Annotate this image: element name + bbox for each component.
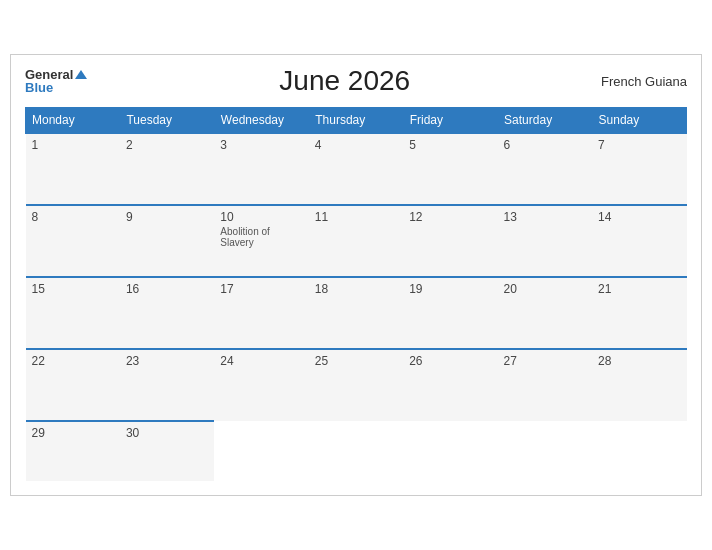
- table-cell: 27: [498, 349, 592, 421]
- day-number: 4: [315, 138, 397, 152]
- day-number: 9: [126, 210, 208, 224]
- table-cell: 12: [403, 205, 497, 277]
- logo-triangle-icon: [75, 70, 87, 79]
- day-number: 27: [504, 354, 586, 368]
- table-cell: 20: [498, 277, 592, 349]
- table-cell: 14: [592, 205, 686, 277]
- table-cell: 19: [403, 277, 497, 349]
- day-number: 21: [598, 282, 680, 296]
- day-number: 13: [504, 210, 586, 224]
- col-wednesday: Wednesday: [214, 108, 308, 134]
- logo-blue-text: Blue: [25, 81, 88, 94]
- table-cell: 15: [26, 277, 120, 349]
- table-cell: 9: [120, 205, 214, 277]
- table-cell: [214, 421, 308, 481]
- week-row-5: 2930: [26, 421, 687, 481]
- table-cell: 1: [26, 133, 120, 205]
- table-cell: 13: [498, 205, 592, 277]
- day-number: 3: [220, 138, 302, 152]
- table-cell: 28: [592, 349, 686, 421]
- table-cell: 10Abolition of Slavery: [214, 205, 308, 277]
- event-label: Abolition of Slavery: [220, 226, 302, 248]
- table-cell: 17: [214, 277, 308, 349]
- day-number: 2: [126, 138, 208, 152]
- table-cell: 16: [120, 277, 214, 349]
- table-cell: 8: [26, 205, 120, 277]
- col-friday: Friday: [403, 108, 497, 134]
- table-cell: 4: [309, 133, 403, 205]
- col-monday: Monday: [26, 108, 120, 134]
- col-tuesday: Tuesday: [120, 108, 214, 134]
- col-saturday: Saturday: [498, 108, 592, 134]
- day-number: 7: [598, 138, 680, 152]
- table-cell: 6: [498, 133, 592, 205]
- table-cell: 22: [26, 349, 120, 421]
- table-cell: 23: [120, 349, 214, 421]
- day-number: 29: [32, 426, 114, 440]
- table-cell: 18: [309, 277, 403, 349]
- table-cell: 30: [120, 421, 214, 481]
- day-number: 14: [598, 210, 680, 224]
- calendar-title: June 2026: [279, 65, 410, 97]
- table-cell: [403, 421, 497, 481]
- table-cell: 2: [120, 133, 214, 205]
- week-row-1: 1234567: [26, 133, 687, 205]
- table-cell: 25: [309, 349, 403, 421]
- day-number: 15: [32, 282, 114, 296]
- day-number: 17: [220, 282, 302, 296]
- day-number: 20: [504, 282, 586, 296]
- table-cell: [498, 421, 592, 481]
- day-number: 28: [598, 354, 680, 368]
- weekday-header-row: Monday Tuesday Wednesday Thursday Friday…: [26, 108, 687, 134]
- calendar-container: General Blue June 2026 French Guiana Mon…: [10, 54, 702, 496]
- day-number: 25: [315, 354, 397, 368]
- day-number: 19: [409, 282, 491, 296]
- table-cell: 24: [214, 349, 308, 421]
- table-cell: [592, 421, 686, 481]
- day-number: 1: [32, 138, 114, 152]
- table-cell: 21: [592, 277, 686, 349]
- day-number: 8: [32, 210, 114, 224]
- day-number: 12: [409, 210, 491, 224]
- logo: General Blue: [25, 68, 88, 94]
- day-number: 30: [126, 426, 208, 440]
- week-row-4: 22232425262728: [26, 349, 687, 421]
- table-cell: 5: [403, 133, 497, 205]
- day-number: 16: [126, 282, 208, 296]
- day-number: 18: [315, 282, 397, 296]
- region-label: French Guiana: [601, 74, 687, 89]
- day-number: 24: [220, 354, 302, 368]
- week-row-3: 15161718192021: [26, 277, 687, 349]
- day-number: 23: [126, 354, 208, 368]
- day-number: 5: [409, 138, 491, 152]
- day-number: 10: [220, 210, 302, 224]
- col-sunday: Sunday: [592, 108, 686, 134]
- table-cell: 26: [403, 349, 497, 421]
- week-row-2: 8910Abolition of Slavery11121314: [26, 205, 687, 277]
- calendar-header: General Blue June 2026 French Guiana: [25, 65, 687, 97]
- table-cell: 29: [26, 421, 120, 481]
- day-number: 26: [409, 354, 491, 368]
- col-thursday: Thursday: [309, 108, 403, 134]
- table-cell: 7: [592, 133, 686, 205]
- calendar-grid: Monday Tuesday Wednesday Thursday Friday…: [25, 107, 687, 481]
- table-cell: [309, 421, 403, 481]
- table-cell: 3: [214, 133, 308, 205]
- day-number: 6: [504, 138, 586, 152]
- day-number: 22: [32, 354, 114, 368]
- table-cell: 11: [309, 205, 403, 277]
- day-number: 11: [315, 210, 397, 224]
